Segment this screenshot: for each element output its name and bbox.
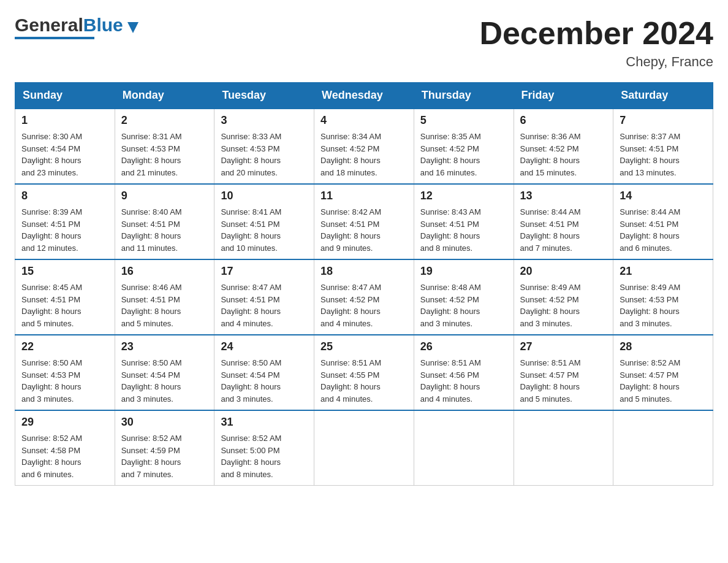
- calendar-cell: [514, 410, 613, 486]
- calendar-week-row: 15 Sunrise: 8:45 AM Sunset: 4:51 PM Dayl…: [15, 259, 713, 335]
- day-number: 8: [21, 190, 108, 202]
- col-friday: Friday: [514, 83, 613, 109]
- day-number: 31: [221, 416, 308, 429]
- day-info: Sunrise: 8:44 AM Sunset: 4:51 PM Dayligh…: [520, 206, 607, 254]
- calendar-cell: 4 Sunrise: 8:34 AM Sunset: 4:52 PM Dayli…: [314, 109, 414, 184]
- day-info: Sunrise: 8:31 AM Sunset: 4:53 PM Dayligh…: [121, 131, 208, 178]
- calendar-cell: 26 Sunrise: 8:51 AM Sunset: 4:56 PM Dayl…: [414, 335, 514, 410]
- day-info: Sunrise: 8:52 AM Sunset: 4:57 PM Dayligh…: [620, 357, 707, 405]
- day-number: 14: [620, 190, 707, 202]
- calendar-cell: 31 Sunrise: 8:52 AM Sunset: 5:00 PM Dayl…: [214, 410, 314, 486]
- day-number: 13: [520, 190, 607, 202]
- day-number: 19: [420, 265, 507, 278]
- day-number: 9: [121, 190, 208, 202]
- day-number: 26: [420, 340, 507, 353]
- day-info: Sunrise: 8:50 AM Sunset: 4:53 PM Dayligh…: [21, 357, 108, 405]
- day-number: 20: [520, 265, 607, 278]
- calendar-cell: 5 Sunrise: 8:35 AM Sunset: 4:52 PM Dayli…: [414, 109, 514, 184]
- day-info: Sunrise: 8:51 AM Sunset: 4:56 PM Dayligh…: [420, 357, 507, 405]
- day-number: 23: [121, 340, 208, 353]
- day-number: 7: [620, 114, 707, 127]
- page-header: GeneralBlue December 2024 Chepy, France: [15, 15, 713, 70]
- calendar-cell: 17 Sunrise: 8:47 AM Sunset: 4:51 PM Dayl…: [214, 259, 314, 335]
- day-number: 1: [21, 114, 108, 127]
- calendar-cell: 10 Sunrise: 8:41 AM Sunset: 4:51 PM Dayl…: [214, 184, 314, 259]
- day-info: Sunrise: 8:50 AM Sunset: 4:54 PM Dayligh…: [121, 357, 208, 405]
- calendar-cell: 1 Sunrise: 8:30 AM Sunset: 4:54 PM Dayli…: [15, 109, 115, 184]
- title-area: December 2024 Chepy, France: [479, 15, 713, 70]
- calendar-cell: 15 Sunrise: 8:45 AM Sunset: 4:51 PM Dayl…: [15, 259, 115, 335]
- day-info: Sunrise: 8:37 AM Sunset: 4:51 PM Dayligh…: [620, 131, 707, 178]
- day-number: 11: [320, 190, 408, 202]
- col-tuesday: Tuesday: [214, 83, 314, 109]
- calendar-cell: 16 Sunrise: 8:46 AM Sunset: 4:51 PM Dayl…: [115, 259, 214, 335]
- calendar-cell: 30 Sunrise: 8:52 AM Sunset: 4:59 PM Dayl…: [115, 410, 214, 486]
- logo-underline: [15, 37, 94, 39]
- day-info: Sunrise: 8:43 AM Sunset: 4:51 PM Dayligh…: [420, 206, 507, 254]
- day-number: 28: [620, 340, 707, 353]
- logo-triangle-icon: [127, 22, 138, 36]
- calendar-cell: 29 Sunrise: 8:52 AM Sunset: 4:58 PM Dayl…: [15, 410, 115, 486]
- day-number: 18: [320, 265, 408, 278]
- day-number: 15: [21, 265, 108, 278]
- logo-text: GeneralBlue: [15, 15, 138, 36]
- calendar-cell: 14 Sunrise: 8:44 AM Sunset: 4:51 PM Dayl…: [613, 184, 713, 259]
- calendar-cell: 18 Sunrise: 8:47 AM Sunset: 4:52 PM Dayl…: [314, 259, 414, 335]
- day-number: 3: [221, 114, 308, 127]
- calendar-cell: 24 Sunrise: 8:50 AM Sunset: 4:54 PM Dayl…: [214, 335, 314, 410]
- day-number: 5: [420, 114, 507, 127]
- col-saturday: Saturday: [613, 83, 713, 109]
- calendar-cell: 2 Sunrise: 8:31 AM Sunset: 4:53 PM Dayli…: [115, 109, 214, 184]
- calendar-cell: 12 Sunrise: 8:43 AM Sunset: 4:51 PM Dayl…: [414, 184, 514, 259]
- calendar-cell: 25 Sunrise: 8:51 AM Sunset: 4:55 PM Dayl…: [314, 335, 414, 410]
- calendar-cell: 22 Sunrise: 8:50 AM Sunset: 4:53 PM Dayl…: [15, 335, 115, 410]
- location: Chepy, France: [479, 54, 713, 70]
- col-sunday: Sunday: [15, 83, 115, 109]
- calendar-cell: 27 Sunrise: 8:51 AM Sunset: 4:57 PM Dayl…: [514, 335, 613, 410]
- day-info: Sunrise: 8:50 AM Sunset: 4:54 PM Dayligh…: [221, 357, 308, 405]
- day-info: Sunrise: 8:52 AM Sunset: 4:58 PM Dayligh…: [21, 432, 108, 480]
- day-info: Sunrise: 8:46 AM Sunset: 4:51 PM Dayligh…: [121, 282, 208, 329]
- calendar-cell: 8 Sunrise: 8:39 AM Sunset: 4:51 PM Dayli…: [15, 184, 115, 259]
- day-info: Sunrise: 8:47 AM Sunset: 4:52 PM Dayligh…: [320, 282, 408, 329]
- day-info: Sunrise: 8:39 AM Sunset: 4:51 PM Dayligh…: [21, 206, 108, 254]
- day-number: 4: [320, 114, 408, 127]
- calendar-cell: 21 Sunrise: 8:49 AM Sunset: 4:53 PM Dayl…: [613, 259, 713, 335]
- day-info: Sunrise: 8:52 AM Sunset: 5:00 PM Dayligh…: [221, 432, 308, 480]
- calendar-cell: 23 Sunrise: 8:50 AM Sunset: 4:54 PM Dayl…: [115, 335, 214, 410]
- day-info: Sunrise: 8:30 AM Sunset: 4:54 PM Dayligh…: [21, 131, 108, 178]
- day-info: Sunrise: 8:51 AM Sunset: 4:55 PM Dayligh…: [320, 357, 408, 405]
- calendar-cell: 7 Sunrise: 8:37 AM Sunset: 4:51 PM Dayli…: [613, 109, 713, 184]
- day-number: 25: [320, 340, 408, 353]
- day-number: 22: [21, 340, 108, 353]
- day-number: 2: [121, 114, 208, 127]
- day-info: Sunrise: 8:35 AM Sunset: 4:52 PM Dayligh…: [420, 131, 507, 178]
- logo: GeneralBlue: [15, 15, 138, 39]
- calendar-week-row: 22 Sunrise: 8:50 AM Sunset: 4:53 PM Dayl…: [15, 335, 713, 410]
- day-number: 12: [420, 190, 507, 202]
- calendar-cell: 13 Sunrise: 8:44 AM Sunset: 4:51 PM Dayl…: [514, 184, 613, 259]
- day-number: 17: [221, 265, 308, 278]
- day-info: Sunrise: 8:45 AM Sunset: 4:51 PM Dayligh…: [21, 282, 108, 329]
- calendar-cell: 28 Sunrise: 8:52 AM Sunset: 4:57 PM Dayl…: [613, 335, 713, 410]
- calendar-cell: 3 Sunrise: 8:33 AM Sunset: 4:53 PM Dayli…: [214, 109, 314, 184]
- calendar-cell: 9 Sunrise: 8:40 AM Sunset: 4:51 PM Dayli…: [115, 184, 214, 259]
- calendar-cell: 20 Sunrise: 8:49 AM Sunset: 4:52 PM Dayl…: [514, 259, 613, 335]
- calendar-cell: 19 Sunrise: 8:48 AM Sunset: 4:52 PM Dayl…: [414, 259, 514, 335]
- calendar-week-row: 8 Sunrise: 8:39 AM Sunset: 4:51 PM Dayli…: [15, 184, 713, 259]
- svg-marker-0: [127, 22, 138, 33]
- col-monday: Monday: [115, 83, 214, 109]
- day-number: 29: [21, 416, 108, 429]
- day-info: Sunrise: 8:47 AM Sunset: 4:51 PM Dayligh…: [221, 282, 308, 329]
- day-number: 24: [221, 340, 308, 353]
- calendar-week-row: 29 Sunrise: 8:52 AM Sunset: 4:58 PM Dayl…: [15, 410, 713, 486]
- calendar-table: Sunday Monday Tuesday Wednesday Thursday…: [15, 82, 713, 486]
- day-number: 30: [121, 416, 208, 429]
- calendar-cell: 11 Sunrise: 8:42 AM Sunset: 4:51 PM Dayl…: [314, 184, 414, 259]
- day-info: Sunrise: 8:49 AM Sunset: 4:53 PM Dayligh…: [620, 282, 707, 329]
- day-info: Sunrise: 8:52 AM Sunset: 4:59 PM Dayligh…: [121, 432, 208, 480]
- day-info: Sunrise: 8:40 AM Sunset: 4:51 PM Dayligh…: [121, 206, 208, 254]
- calendar-cell: 6 Sunrise: 8:36 AM Sunset: 4:52 PM Dayli…: [514, 109, 613, 184]
- day-info: Sunrise: 8:48 AM Sunset: 4:52 PM Dayligh…: [420, 282, 507, 329]
- day-info: Sunrise: 8:51 AM Sunset: 4:57 PM Dayligh…: [520, 357, 607, 405]
